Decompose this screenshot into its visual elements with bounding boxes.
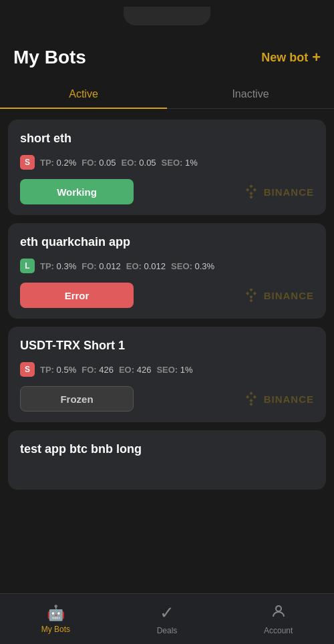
nav-my-bots-label: My Bots [41,625,70,634]
bot-card-2[interactable]: eth quarkchain app L TP: 0.3% FO: 0.012 … [8,223,326,319]
tabs-container: Active Inactive [0,80,334,109]
bot-params-3: S TP: 0.5% FO: 426 EO: 426 SEO: 1% [20,362,314,377]
status-button-3[interactable]: Frozen [20,386,134,412]
bot-card-1[interactable]: short eth S TP: 0.2% FO: 0.05 EO: 0.05 S… [8,120,326,215]
bot-name-2: eth quarkchain app [20,235,314,249]
svg-point-0 [276,606,281,611]
bot-fo-1: FO: 0.05 [81,158,116,168]
bot-seo-2: SEO: 0.3% [171,261,214,271]
nav-deals-label: Deals [157,626,178,635]
nav-deals[interactable]: ✓ Deals [112,597,223,641]
robot-icon: 🤖 [47,605,65,622]
bot-seo-1: SEO: 1% [162,158,198,168]
check-icon: ✓ [160,603,174,623]
status-button-2[interactable]: Error [20,283,134,308]
status-button-1[interactable]: Working [20,179,134,204]
binance-logo-1: BINANCE [242,183,314,200]
binance-logo-3: BINANCE [242,390,314,408]
bot-name-3: USDT-TRX Short 1 [20,339,314,353]
binance-icon-1 [242,183,260,200]
nav-account[interactable]: Account [222,598,334,641]
binance-logo-2: BINANCE [242,287,314,304]
notch-bar [0,0,334,40]
bot-name-1: short eth [20,132,314,146]
bot-badge-2: L [20,259,35,273]
bots-list: short eth S TP: 0.2% FO: 0.05 EO: 0.05 S… [0,120,334,550]
bot-eo-1: EO: 0.05 [122,158,156,168]
bot-params-1: S TP: 0.2% FO: 0.05 EO: 0.05 SEO: 1% [20,155,314,170]
binance-label-1: BINANCE [264,186,314,198]
binance-icon-2 [242,287,260,304]
bot-eo-2: EO: 0.012 [126,261,166,271]
bottom-nav: 🤖 My Bots ✓ Deals Account [0,593,334,644]
new-bot-label: New bot [261,51,308,65]
bot-badge-3: S [20,362,35,377]
user-icon [271,603,287,623]
bot-seo-3: SEO: 1% [156,365,192,375]
bot-card-4[interactable]: test app btc bnb long [8,430,326,490]
plus-icon: + [312,49,321,66]
nav-account-label: Account [264,626,293,635]
nav-my-bots[interactable]: 🤖 My Bots [0,599,112,639]
header: My Bots New bot + [0,40,334,80]
bot-fo-3: FO: 426 [81,365,114,375]
bot-tp-2: TP: 0.3% [40,261,76,271]
bot-tp-1: TP: 0.2% [40,158,76,168]
bot-name-4: test app btc bnb long [20,442,314,456]
bot-footer-2: Error BINANCE [20,283,314,308]
bot-footer-1: Working BINANCE [20,179,314,204]
bot-tp-3: TP: 0.5% [40,365,76,375]
bot-card-3[interactable]: USDT-TRX Short 1 S TP: 0.5% FO: 426 EO: … [8,327,326,422]
tab-inactive[interactable]: Inactive [167,80,334,108]
bot-eo-3: EO: 426 [119,365,151,375]
binance-label-3: BINANCE [264,393,314,405]
bot-params-2: L TP: 0.3% FO: 0.012 EO: 0.012 SEO: 0.3% [20,259,314,273]
binance-label-2: BINANCE [264,290,314,301]
notch [124,7,210,25]
bot-footer-3: Frozen BINANCE [20,386,314,412]
bot-badge-1: S [20,155,35,170]
binance-icon-3 [242,390,260,408]
bot-fo-2: FO: 0.012 [81,261,121,271]
tab-active[interactable]: Active [0,80,167,108]
page-title: My Bots [13,47,86,68]
new-bot-button[interactable]: New bot + [261,49,321,66]
